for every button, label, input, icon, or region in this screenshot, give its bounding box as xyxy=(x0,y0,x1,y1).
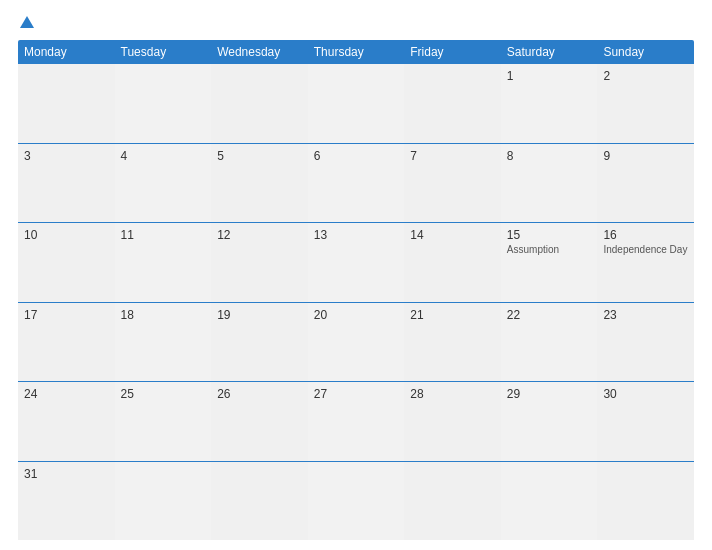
day-number: 13 xyxy=(314,228,399,242)
day-number: 29 xyxy=(507,387,592,401)
calendar-cell xyxy=(308,64,405,143)
calendar-cell xyxy=(597,462,694,541)
day-number: 24 xyxy=(24,387,109,401)
day-number: 10 xyxy=(24,228,109,242)
calendar-cell: 9 xyxy=(597,144,694,223)
calendar-cell xyxy=(501,462,598,541)
day-number: 8 xyxy=(507,149,592,163)
calendar-cell: 4 xyxy=(115,144,212,223)
calendar-cell xyxy=(211,64,308,143)
page-header xyxy=(18,18,694,30)
day-number: 27 xyxy=(314,387,399,401)
calendar-body: 123456789101112131415Assumption16Indepen… xyxy=(18,64,694,540)
calendar-cell: 16Independence Day xyxy=(597,223,694,302)
calendar-cell xyxy=(404,462,501,541)
calendar-cell: 29 xyxy=(501,382,598,461)
calendar-cell xyxy=(115,64,212,143)
day-number: 16 xyxy=(603,228,688,242)
event-label: Independence Day xyxy=(603,244,688,255)
calendar-cell: 21 xyxy=(404,303,501,382)
calendar-cell: 25 xyxy=(115,382,212,461)
calendar-row: 17181920212223 xyxy=(18,303,694,383)
calendar-cell: 13 xyxy=(308,223,405,302)
calendar-cell: 15Assumption xyxy=(501,223,598,302)
calendar-cell: 10 xyxy=(18,223,115,302)
day-number: 22 xyxy=(507,308,592,322)
weekday-header: Wednesday xyxy=(211,40,308,64)
calendar-cell: 27 xyxy=(308,382,405,461)
day-number: 6 xyxy=(314,149,399,163)
calendar-cell: 19 xyxy=(211,303,308,382)
calendar-cell: 24 xyxy=(18,382,115,461)
calendar-row: 3456789 xyxy=(18,144,694,224)
day-number: 1 xyxy=(507,69,592,83)
calendar-cell: 17 xyxy=(18,303,115,382)
calendar-cell: 1 xyxy=(501,64,598,143)
day-number: 31 xyxy=(24,467,109,481)
calendar-cell: 31 xyxy=(18,462,115,541)
calendar-row: 24252627282930 xyxy=(18,382,694,462)
calendar-cell: 6 xyxy=(308,144,405,223)
calendar-cell: 20 xyxy=(308,303,405,382)
day-number: 9 xyxy=(603,149,688,163)
day-number: 3 xyxy=(24,149,109,163)
event-label: Assumption xyxy=(507,244,592,255)
day-number: 28 xyxy=(410,387,495,401)
calendar-cell xyxy=(115,462,212,541)
day-number: 15 xyxy=(507,228,592,242)
calendar-cell: 2 xyxy=(597,64,694,143)
day-number: 19 xyxy=(217,308,302,322)
calendar-cell: 11 xyxy=(115,223,212,302)
weekday-header: Saturday xyxy=(501,40,598,64)
day-number: 4 xyxy=(121,149,206,163)
calendar-cell: 22 xyxy=(501,303,598,382)
day-number: 17 xyxy=(24,308,109,322)
calendar-cell: 7 xyxy=(404,144,501,223)
day-number: 26 xyxy=(217,387,302,401)
calendar-cell: 5 xyxy=(211,144,308,223)
weekday-header: Monday xyxy=(18,40,115,64)
calendar-cell: 28 xyxy=(404,382,501,461)
calendar-cell xyxy=(308,462,405,541)
weekday-header: Friday xyxy=(404,40,501,64)
calendar-cell: 26 xyxy=(211,382,308,461)
calendar-cell: 12 xyxy=(211,223,308,302)
weekday-header: Tuesday xyxy=(115,40,212,64)
calendar-row: 101112131415Assumption16Independence Day xyxy=(18,223,694,303)
logo xyxy=(18,18,34,30)
day-number: 11 xyxy=(121,228,206,242)
calendar-cell xyxy=(404,64,501,143)
calendar-cell: 14 xyxy=(404,223,501,302)
calendar-cell: 23 xyxy=(597,303,694,382)
day-number: 23 xyxy=(603,308,688,322)
weekday-header: Sunday xyxy=(597,40,694,64)
calendar-cell: 3 xyxy=(18,144,115,223)
calendar-cell: 18 xyxy=(115,303,212,382)
calendar-row: 31 xyxy=(18,462,694,541)
day-number: 5 xyxy=(217,149,302,163)
calendar-header: MondayTuesdayWednesdayThursdayFridaySatu… xyxy=(18,40,694,64)
day-number: 2 xyxy=(603,69,688,83)
logo-triangle-icon xyxy=(20,16,34,28)
calendar-cell xyxy=(211,462,308,541)
day-number: 21 xyxy=(410,308,495,322)
day-number: 7 xyxy=(410,149,495,163)
calendar-cell: 8 xyxy=(501,144,598,223)
day-number: 12 xyxy=(217,228,302,242)
calendar-cell: 30 xyxy=(597,382,694,461)
day-number: 14 xyxy=(410,228,495,242)
calendar-cell xyxy=(18,64,115,143)
day-number: 30 xyxy=(603,387,688,401)
weekday-header: Thursday xyxy=(308,40,405,64)
day-number: 20 xyxy=(314,308,399,322)
calendar-row: 12 xyxy=(18,64,694,144)
calendar: MondayTuesdayWednesdayThursdayFridaySatu… xyxy=(18,40,694,540)
calendar-page: MondayTuesdayWednesdayThursdayFridaySatu… xyxy=(0,0,712,550)
day-number: 18 xyxy=(121,308,206,322)
day-number: 25 xyxy=(121,387,206,401)
